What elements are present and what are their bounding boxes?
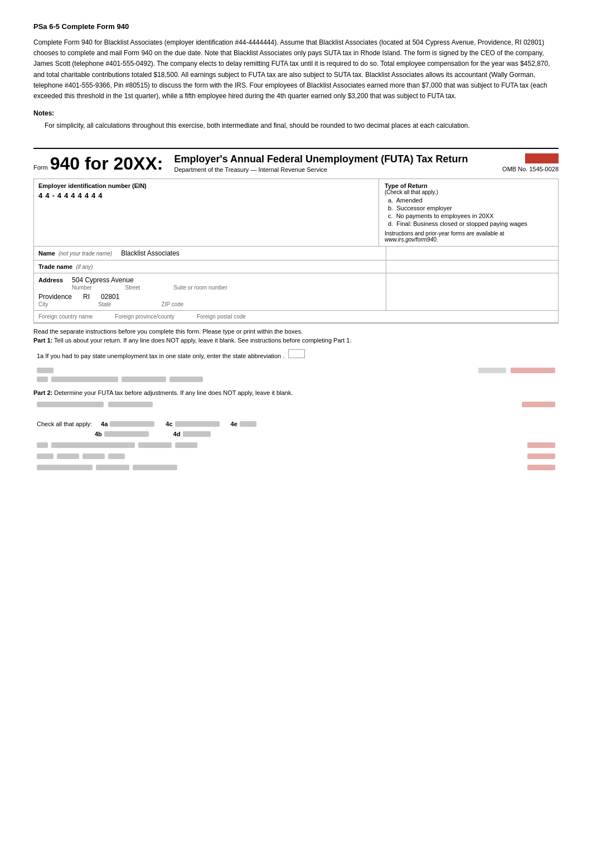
foreign-province-label: Foreign province/county: [115, 314, 174, 320]
label-4e: 4e: [231, 421, 237, 427]
type-item-d: d. Final: Business closed or stopped pay…: [388, 220, 552, 227]
part1-blurred-area: [33, 366, 559, 384]
p2b-l2d: [108, 454, 125, 459]
p2b-r1a: [527, 442, 555, 448]
part2-row-empty: [37, 411, 555, 416]
state-abbrev-input[interactable]: [288, 349, 305, 358]
ein-d3: 4: [57, 191, 61, 200]
form-subtitle: Department of the Treasury — Internal Re…: [174, 166, 491, 173]
p2b-l1d: [175, 442, 197, 448]
foreign-row: Foreign country name Foreign province/co…: [34, 311, 558, 323]
p2-acc1: [522, 402, 555, 407]
blur-right1: [478, 368, 555, 373]
form-header: Form 940 for 20XX: Employer's Annual Fed…: [33, 148, 559, 174]
name-row: Name (not your trade name) Blacklist Ass…: [34, 247, 558, 261]
ein-d7: 4: [85, 191, 89, 200]
ein-d5: 4: [71, 191, 75, 200]
problem-title: PSa 6-5 Complete Form 940: [33, 22, 559, 31]
sub-number-label: Number: [72, 284, 92, 291]
tradename-section: Trade name (if any): [34, 261, 386, 273]
p2b-l1a: [37, 442, 48, 448]
blur-pill2c: [122, 377, 166, 382]
check-4e: 4e: [231, 421, 256, 427]
ein-d9: 4: [98, 191, 102, 200]
instructions-link: Instructions and prior-year forms are av…: [385, 230, 552, 243]
city-value: Providence: [38, 293, 72, 301]
omb-number: OMB No. 1545-0028: [502, 166, 559, 172]
form-main-title: Employer's Annual Federal Unemployment (…: [174, 153, 491, 165]
label-4c: 4c: [166, 421, 172, 427]
part1-text: Tell us about your return. If any line d…: [54, 337, 351, 344]
part2-blur-bottom1: [37, 441, 555, 450]
part1-1a-text: 1a If you had to pay state unemployment …: [37, 353, 284, 359]
check-4a: 4a: [101, 421, 154, 427]
check-items-group: 4a 4c 4e: [101, 421, 256, 427]
omb-accent: [525, 153, 559, 163]
form-title-block: Employer's Annual Federal Unemployment (…: [163, 153, 502, 173]
p2b-r2a: [527, 454, 555, 459]
ein-type-row: Employer identification number (EIN) 4 4…: [34, 179, 558, 247]
p2-blur1b: [108, 402, 153, 407]
part1-1a: 1a If you had to pay state unemployment …: [33, 347, 559, 361]
p2b-l1c: [138, 442, 172, 448]
part1-bold: Part 1:: [33, 337, 52, 344]
part1-blur-row1: [33, 366, 559, 375]
blur-pill2b: [51, 377, 118, 382]
zip-block: 02801: [101, 293, 119, 301]
label-4a: 4a: [101, 421, 108, 427]
city-block: Providence: [38, 293, 72, 301]
val-4a: [110, 421, 154, 427]
blur-accent1: [511, 368, 555, 373]
ein-digits-row: 4 4 - 4 4 4 4 4 4 4: [38, 191, 374, 200]
ein-dash: -: [52, 191, 54, 200]
check-4b: 4b: [95, 431, 149, 437]
p2b-l2c: [83, 454, 105, 459]
state-value: RI: [83, 293, 90, 301]
name-label: Name: [38, 250, 55, 257]
part1-blur-row2: [33, 375, 559, 384]
name-sublabel: (not your trade name): [59, 250, 112, 257]
zip-label: ZIP code: [162, 301, 184, 307]
trade-sublabel: (if any): [76, 264, 93, 270]
p2b-l3c: [133, 465, 177, 470]
p2b-left1: [37, 442, 197, 448]
type-item-c: c. No payments to employees in 20XX: [388, 213, 552, 219]
address-sub-labels: Number Street Suite or room number: [72, 284, 381, 291]
address-city-row: Providence RI 02801: [38, 293, 381, 301]
right-spacer2: [386, 261, 558, 273]
p2b-l1b: [51, 442, 135, 448]
address-number-value: 504 Cypress Avenue: [72, 276, 134, 284]
val-4e: [240, 421, 256, 427]
ein-d1: 4: [38, 191, 42, 200]
sub-suite-label: Suite or room number: [173, 284, 227, 291]
name-value: Blacklist Associates: [121, 249, 179, 257]
blur-pill2d: [169, 377, 203, 382]
read-note: Read the separate instructions before yo…: [33, 328, 559, 335]
sub-street-label: Street: [125, 284, 140, 291]
notes-text: For simplicity, all calculations through…: [45, 120, 559, 131]
address-left: Address 504 Cypress Avenue Number Street…: [34, 273, 386, 310]
check-4c: 4c: [166, 421, 219, 427]
ein-d4: 4: [64, 191, 68, 200]
ein-d8: 4: [91, 191, 95, 200]
blur-left1: [37, 368, 54, 373]
p2b-right1: [527, 442, 555, 448]
ein-d2: 4: [45, 191, 49, 200]
check-all-label: Check all that apply:: [37, 421, 92, 427]
trade-label: Trade name: [38, 263, 72, 270]
check-4d: 4d: [173, 431, 211, 437]
state-block: RI: [83, 293, 90, 301]
p2-left1: [37, 402, 153, 407]
type-return-title: Type of Return: [385, 182, 552, 189]
address-label: Address: [38, 277, 63, 283]
p2b-left3: [37, 465, 177, 470]
ein-d6: 4: [78, 191, 82, 200]
form-number-block: Form 940 for 20XX:: [33, 153, 163, 174]
right-spacer: [386, 247, 558, 260]
city-label: City: [38, 301, 48, 307]
state-label: State: [98, 301, 111, 307]
form-label: Form: [33, 164, 48, 171]
address-main-row: Address 504 Cypress Avenue: [38, 276, 381, 284]
p2b-l2a: [37, 454, 54, 459]
part2-header: Part 2: Determine your FUTA tax before a…: [33, 389, 559, 396]
